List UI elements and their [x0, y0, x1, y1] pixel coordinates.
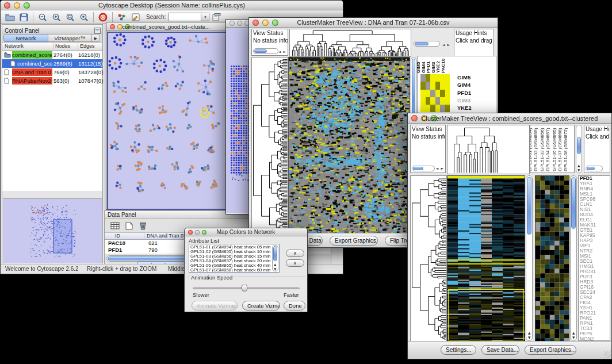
attribute-item[interactable]: GPL51-02 (GSM855) heat shock 10 min: [189, 250, 271, 254]
gene-label[interactable]: RPN1: [579, 321, 610, 326]
matrix-cell[interactable]: [420, 90, 426, 97]
speed-slider-thumb[interactable]: [242, 285, 247, 292]
matrix-cell[interactable]: [435, 74, 441, 82]
gene-label[interactable]: PFD1: [579, 176, 610, 181]
tv2-save-data-button[interactable]: Save Data...: [481, 345, 519, 355]
tv1-column-dendrogram[interactable]: [289, 29, 411, 57]
attribute-list[interactable]: GPL51-01 (GSM854) heat shock 05 minGPL51…: [189, 244, 280, 273]
gene-label[interactable]: CLN1: [579, 202, 610, 207]
matrix-cell[interactable]: [430, 74, 435, 82]
view-status-scrollbar[interactable]: [412, 166, 435, 171]
tv2-vscrollbar[interactable]: ▲ ▼: [526, 175, 533, 341]
move-down-button[interactable]: ∨: [286, 259, 304, 267]
network-overview-canvas[interactable]: [3, 198, 102, 263]
matrix-cell[interactable]: [440, 97, 445, 105]
matrix-cell[interactable]: [420, 82, 426, 89]
tv2-gene-scrollbar[interactable]: ▲ ▼: [570, 175, 577, 341]
matrix-cell[interactable]: [445, 82, 450, 89]
data-col-id[interactable]: ID: [115, 233, 120, 239]
matrix-cell[interactable]: [440, 82, 445, 89]
matrix-cell[interactable]: [430, 105, 435, 112]
treeview2-titlebar[interactable]: ClusterMaker TreeView : combined_scores_…: [408, 113, 611, 124]
done-button[interactable]: Done: [284, 301, 305, 311]
gene-label[interactable]: SEC1: [579, 259, 610, 264]
scroll-up-arrow[interactable]: ▲: [572, 331, 576, 335]
gene-label[interactable]: PUF3: [579, 274, 610, 279]
scroll-arrows[interactable]: ◄ ►: [436, 166, 444, 170]
dialog-titlebar[interactable]: Map Colors to Network: [185, 228, 307, 236]
matrix-cell[interactable]: [426, 97, 431, 105]
matrix-cell[interactable]: [445, 97, 450, 105]
matrix-cell[interactable]: [435, 97, 441, 105]
gene-label[interactable]: YRA1: [579, 181, 610, 186]
gene-label[interactable]: NTR2: [579, 248, 610, 254]
gene-label[interactable]: FIG4: [579, 300, 610, 305]
tv2-settings-button[interactable]: Settings...: [441, 345, 476, 355]
matrix-cell[interactable]: [430, 97, 435, 105]
main-titlebar[interactable]: Cytoscape Desktop (Session Name: collins…: [1, 1, 343, 10]
matrix-cell[interactable]: [440, 74, 445, 82]
node-tool-icon[interactable]: [116, 12, 128, 23]
tv2-export-graphics-button[interactable]: Export Graphics...: [525, 345, 576, 355]
gene-label[interactable]: BUD4: [579, 212, 610, 217]
zoom-out-icon[interactable]: [37, 12, 48, 23]
gene-label[interactable]: PAN1: [579, 316, 610, 321]
scroll-down-arrow[interactable]: ▼: [572, 335, 576, 339]
gene-label[interactable]: PHO81: [579, 269, 610, 274]
zoom-fit-icon[interactable]: [64, 12, 76, 23]
gene-label[interactable]: GPI16: [579, 285, 610, 290]
matrix-cell[interactable]: [435, 105, 441, 112]
attribute-item[interactable]: GPL51-04 (GSM857) heat shock 20 min: [189, 259, 271, 263]
col-nodes[interactable]: Nodes: [53, 43, 70, 49]
network-row[interactable]: combined_sco2569(6)13112(15): [2, 59, 102, 68]
table-view-icon[interactable]: [109, 220, 121, 232]
matrix-cell[interactable]: [445, 90, 450, 97]
gene-label[interactable]: MSL1: [579, 191, 610, 197]
gene-label[interactable]: ELG1: [579, 217, 610, 223]
gene-label[interactable]: HAP3: [579, 238, 610, 243]
gene-label[interactable]: VIP1: [579, 243, 610, 248]
matrix-cell[interactable]: [426, 90, 431, 97]
create-vizmap-button[interactable]: Create Vizmap: [242, 301, 280, 311]
save-icon[interactable]: [18, 12, 29, 23]
matrix-cell[interactable]: [426, 74, 431, 82]
open-folder-icon[interactable]: [4, 12, 16, 23]
attribute-item[interactable]: GPL51-01 (GSM854) heat shock 05 min: [189, 245, 271, 250]
search-dropdown-arrow[interactable]: ▼: [201, 13, 209, 21]
tv2-collabel-scrollbar[interactable]: ▲ ▼: [576, 125, 582, 173]
tv2-column-dendrogram[interactable]: [447, 125, 530, 174]
scroll-up-arrow[interactable]: ▲: [577, 163, 581, 167]
float-panel-icon[interactable]: [94, 26, 101, 36]
network-window-titlebar[interactable]: combined_scores_good.txt--cluste...: [106, 22, 225, 31]
usage-hints-scrollbar[interactable]: [586, 166, 603, 171]
tv1-export-graphics-button[interactable]: Export Graphics...: [330, 236, 378, 246]
help-lifebuoy-icon[interactable]: [97, 12, 109, 23]
gene-label[interactable]: PEP5: [579, 331, 610, 336]
new-attribute-icon[interactable]: [123, 220, 135, 232]
network-canvas[interactable]: [107, 32, 227, 210]
matrix-cell[interactable]: [426, 82, 431, 89]
animate-vizmap-button[interactable]: Animate Vizmap: [192, 301, 238, 311]
zoom-in-icon[interactable]: [51, 12, 62, 23]
resize-grip[interactable]: [604, 351, 611, 358]
attribute-item[interactable]: GPL51-06 (GSM865) heat shock 40 min: [189, 263, 271, 268]
gene-label[interactable]: KAP95: [579, 233, 610, 238]
matrix-cell[interactable]: [426, 105, 431, 112]
matrix-cell[interactable]: [420, 97, 426, 105]
matrix-cell[interactable]: [420, 74, 426, 82]
tv1-row-dendrogram[interactable]: [251, 57, 288, 235]
zoom-selected-icon[interactable]: [78, 12, 90, 23]
attribute-list-scrollbar[interactable]: ▲ ▼: [272, 245, 278, 271]
close-button[interactable]: [230, 21, 235, 26]
scroll-up-arrow[interactable]: ▲: [274, 262, 277, 266]
tv2-zoom-heatmap-canvas[interactable]: [535, 175, 569, 342]
matrix-cell[interactable]: [445, 74, 450, 82]
network-row[interactable]: combined_scores2764(0)16218(0): [2, 51, 102, 59]
gene-label[interactable]: HMG1: [579, 264, 610, 269]
matrix-cell[interactable]: [445, 105, 450, 112]
scroll-up-arrow[interactable]: ▲: [528, 331, 531, 335]
scroll-down-arrow[interactable]: ▼: [274, 267, 277, 271]
gene-label[interactable]: SPC98: [579, 197, 610, 202]
network-row[interactable]: DNA and Tran 07769(0)183728(0): [2, 68, 102, 76]
scroll-arrows[interactable]: ◄ ►: [278, 49, 286, 53]
